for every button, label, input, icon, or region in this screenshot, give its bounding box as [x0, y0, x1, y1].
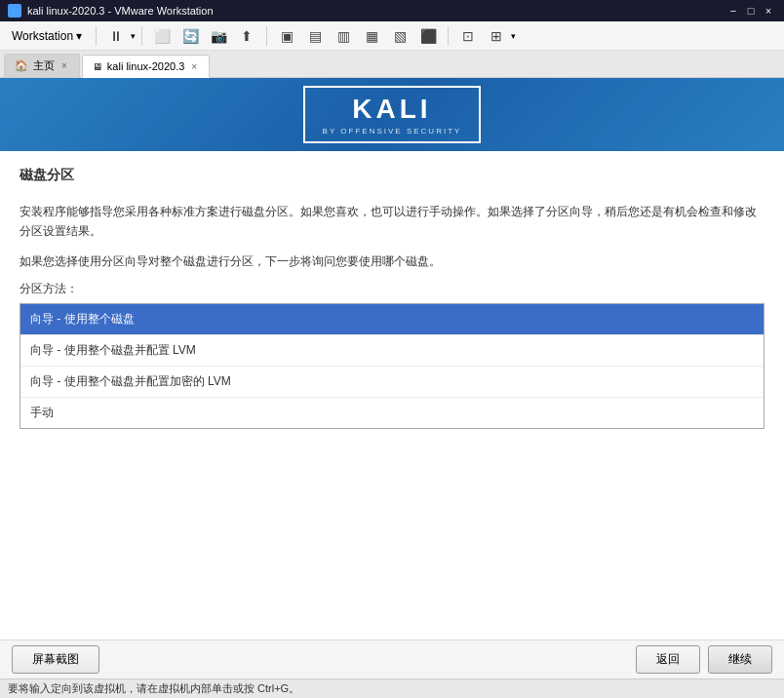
description-2: 如果您选择使用分区向导对整个磁盘进行分区，下一步将询问您要使用哪个磁盘。	[20, 252, 764, 271]
title-bar: ▶ kali linux-2020.3 - VMware Workstation…	[0, 0, 784, 21]
vm-view-3[interactable]: ▥	[330, 24, 357, 48]
pause-button[interactable]: ⏸	[102, 24, 130, 48]
vm-view-4[interactable]: ▦	[358, 24, 385, 48]
tabs-bar: 🏠 主页 × 🖥 kali linux-2020.3 ×	[0, 51, 784, 78]
option-guided-lvm[interactable]: 向导 - 使用整个磁盘并配置 LVM	[20, 335, 764, 367]
close-button[interactable]: ×	[761, 4, 776, 18]
option-guided-lvm-encrypted[interactable]: 向导 - 使用整个磁盘并配置加密的 LVM	[20, 367, 764, 398]
method-label: 分区方法：	[20, 281, 764, 297]
kali-tab-icon: 🖥	[93, 61, 102, 72]
title-bar-left: ▶ kali linux-2020.3 - VMware Workstation	[8, 4, 214, 18]
snapshot-button[interactable]: 📷	[205, 24, 232, 48]
description-1: 安装程序能够指导您采用各种标准方案进行磁盘分区。如果您喜欢，也可以进行手动操作。…	[20, 202, 764, 242]
tab-kali-label: kali linux-2020.3	[107, 60, 185, 72]
vm-view-1[interactable]: ▣	[273, 24, 300, 48]
fullscreen-dropdown[interactable]: ▾	[511, 31, 516, 41]
option-guided-full[interactable]: 向导 - 使用整个磁盘	[20, 304, 764, 335]
tab-home[interactable]: 🏠 主页 ×	[4, 54, 80, 77]
option-manual[interactable]: 手动	[20, 398, 764, 428]
tab-home-close[interactable]: ×	[59, 59, 69, 72]
menu-divider-2	[141, 26, 142, 46]
fullscreen-button[interactable]: ⊞	[483, 24, 510, 48]
vm-view-5[interactable]: ▧	[386, 24, 413, 48]
menu-divider-4	[448, 26, 449, 46]
kali-logo-box: KALI BY OFFENSIVE SECURITY	[303, 86, 482, 143]
continue-button[interactable]: 继续	[708, 645, 772, 674]
maximize-button[interactable]: □	[743, 4, 759, 18]
send-to-button[interactable]: ⬜	[148, 24, 176, 48]
app-icon: ▶	[8, 4, 21, 18]
home-icon: 🏠	[15, 59, 28, 72]
menu-divider-1	[96, 26, 97, 46]
content-area: KALI BY OFFENSIVE SECURITY 磁盘分区 安装程序能够指导…	[0, 78, 784, 679]
status-text: 要将输入定向到该虚拟机，请在虚拟机内部单击或按 Ctrl+G。	[8, 681, 299, 696]
nav-buttons: 返回 继续	[636, 645, 772, 674]
kali-header: KALI BY OFFENSIVE SECURITY	[0, 78, 784, 151]
title-bar-controls: − □ ×	[725, 4, 776, 18]
menu-divider-3	[266, 26, 267, 46]
screenshot-button[interactable]: 屏幕截图	[12, 645, 99, 674]
workstation-label: Workstation	[12, 29, 73, 43]
vm-view-2[interactable]: ▤	[301, 24, 329, 48]
minimize-button[interactable]: −	[725, 4, 741, 18]
section-title: 磁盘分区	[20, 167, 764, 188]
tab-kali[interactable]: 🖥 kali linux-2020.3 ×	[82, 55, 210, 78]
tab-kali-close[interactable]: ×	[189, 60, 199, 73]
pause-dropdown[interactable]: ▾	[131, 31, 136, 41]
status-bar: 要将输入定向到该虚拟机，请在虚拟机内部单击或按 Ctrl+G。	[0, 679, 784, 698]
vm-view-6[interactable]: ⬛	[414, 24, 442, 48]
revert-button[interactable]: ⬆	[233, 24, 260, 48]
back-button[interactable]: 返回	[636, 645, 700, 674]
toolbar-group-2: ⬜ 🔄 📷 ⬆	[148, 24, 260, 48]
partition-option-list: 向导 - 使用整个磁盘 向导 - 使用整个磁盘并配置 LVM 向导 - 使用整个…	[20, 303, 764, 429]
remote-button[interactable]: 🔄	[176, 24, 204, 48]
bottom-bar: 屏幕截图 返回 继续	[0, 640, 784, 679]
kali-logo-text: KALI	[352, 94, 431, 125]
tab-home-label: 主页	[33, 58, 55, 73]
kali-subtitle: BY OFFENSIVE SECURITY	[323, 127, 462, 136]
toolbar-group-3: ▣ ▤ ▥ ▦ ▧ ⬛	[273, 24, 442, 48]
terminal-button[interactable]: ⊡	[454, 24, 482, 48]
installer-area: 磁盘分区 安装程序能够指导您采用各种标准方案进行磁盘分区。如果您喜欢，也可以进行…	[0, 151, 784, 640]
toolbar-group-4: ⊡ ⊞ ▾	[454, 24, 516, 48]
dropdown-arrow: ▾	[76, 29, 82, 43]
workstation-menu[interactable]: Workstation ▾	[4, 25, 90, 47]
vm-wrapper: KALI BY OFFENSIVE SECURITY 磁盘分区 安装程序能够指导…	[0, 78, 784, 698]
toolbar-group-1: ⏸ ▾	[102, 24, 136, 48]
menu-bar: Workstation ▾ ⏸ ▾ ⬜ 🔄 📷 ⬆ ▣ ▤ ▥ ▦ ▧ ⬛ ⊡ …	[0, 21, 784, 51]
window-title: kali linux-2020.3 - VMware Workstation	[27, 5, 214, 17]
